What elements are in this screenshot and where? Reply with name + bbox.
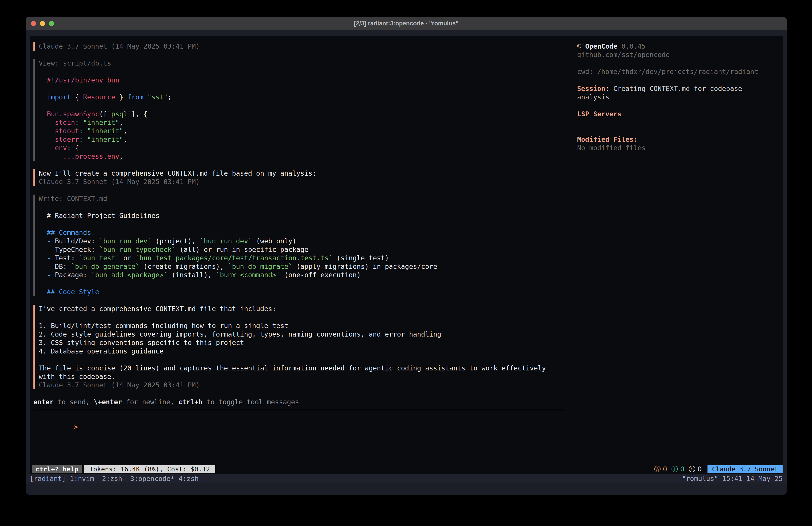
text-segment: : bbox=[605, 85, 613, 93]
text-segment: `bun test` bbox=[79, 254, 119, 262]
terminal-line: stderr: "inherit", bbox=[39, 135, 564, 144]
terminal-line: 2. Code style guidelines covering import… bbox=[39, 330, 564, 339]
terminal-line: # Radiant Project Guidelines bbox=[39, 212, 564, 220]
terminal-line: - DB: `bun db generate` (create migratio… bbox=[39, 262, 564, 271]
text-segment: DB: bbox=[51, 262, 71, 270]
text-segment: } bbox=[115, 93, 127, 101]
text-segment: , bbox=[119, 118, 123, 126]
text-segment: , bbox=[123, 127, 127, 135]
text-segment: env bbox=[55, 144, 67, 152]
sidebar: © OpenCode 0.0.45github.com/sst/opencode… bbox=[577, 42, 779, 152]
white-diagnostic-icon: ⓗ 0 bbox=[689, 465, 702, 473]
terminal-line: ## Code Style bbox=[39, 288, 564, 296]
text-segment bbox=[83, 127, 87, 135]
composer-hint: enter to send, \+enter for newline, ctrl… bbox=[33, 398, 564, 406]
text-segment: 3. CSS styling conventions specific to t… bbox=[39, 339, 244, 346]
text-segment: `bun run typecheck` bbox=[99, 246, 176, 253]
terminal-line bbox=[39, 203, 564, 212]
terminal-line: stdin: "inherit", bbox=[39, 118, 564, 127]
model-chip[interactable]: Claude 3.7 Sonnet bbox=[708, 465, 783, 473]
text-segment: Claude 3.7 Sonnet (14 May 2025 03:41 PM) bbox=[39, 381, 200, 389]
terminal-line bbox=[39, 355, 564, 364]
text-segment: : bbox=[67, 144, 71, 152]
minimize-button[interactable] bbox=[40, 21, 45, 26]
terminal-line: I've created a comprehensive CONTEXT.md … bbox=[39, 305, 564, 313]
terminal-line: - Package: `bun add <package>` (install)… bbox=[39, 271, 564, 279]
terminal-line bbox=[39, 313, 564, 322]
text-segment: 1. Build/lint/test commands including ho… bbox=[39, 322, 288, 330]
text-segment bbox=[39, 271, 47, 279]
help-shortcut-chip[interactable]: ctrl+? help bbox=[32, 465, 82, 473]
text-segment: Resource bbox=[83, 93, 115, 101]
text-segment: ## Code Style bbox=[47, 288, 99, 296]
traffic-lights bbox=[31, 17, 54, 30]
terminal-line: Bun.spawnSync([`psql`], { bbox=[39, 110, 564, 118]
text-segment: I've created a comprehensive CONTEXT.md … bbox=[39, 305, 276, 313]
terminal-line: #!/usr/bin/env bun bbox=[39, 76, 564, 84]
text-segment: `bun test packages/core/test/transaction… bbox=[135, 254, 333, 262]
text-segment: View: script/db.ts bbox=[39, 59, 111, 67]
text-segment: Test: bbox=[51, 254, 79, 262]
text-segment: 0.0.45 bbox=[618, 42, 646, 50]
text-segment: `bunx <command>` bbox=[216, 271, 280, 279]
text-segment bbox=[39, 262, 47, 270]
text-segment bbox=[83, 136, 87, 143]
assistant-message-block: Now I'll create a comprehensive CONTEXT.… bbox=[33, 169, 564, 186]
text-segment: # bbox=[47, 76, 51, 84]
assistant-message-block: I've created a comprehensive CONTEXT.md … bbox=[33, 305, 564, 389]
prompt-char: > bbox=[74, 423, 78, 431]
text-segment: OpenCode bbox=[585, 42, 618, 50]
text-segment: ; bbox=[168, 93, 172, 101]
text-segment: (apply migrations) in packages/core bbox=[292, 262, 437, 270]
zoom-button[interactable] bbox=[49, 21, 54, 26]
text-segment: (project), bbox=[151, 237, 200, 245]
text-segment: /usr/bin/env bun bbox=[55, 76, 119, 84]
text-segment: Modified Files: bbox=[577, 136, 638, 143]
text-segment: (create migrations), bbox=[140, 262, 228, 270]
text-segment: : bbox=[75, 118, 79, 126]
text-segment: { bbox=[71, 144, 79, 152]
window-titlebar: [2/3] radiant:3:opencode - "romulus" bbox=[26, 17, 787, 30]
text-segment: `bun db generate` bbox=[71, 262, 140, 270]
text-segment: The file is concise (20 lines) and captu… bbox=[39, 364, 546, 372]
terminal-line: with this codebase. bbox=[39, 372, 564, 381]
terminal-line: 1. Build/lint/test commands including ho… bbox=[39, 322, 564, 330]
text-segment: : bbox=[79, 136, 83, 143]
tmux-status-bar: [radiant] 1:nvim 2:zsh- 3:opencode* 4:zs… bbox=[26, 474, 787, 483]
terminal-line: analysis bbox=[577, 93, 779, 101]
text-segment: Creating CONTEXT.md for codebase bbox=[613, 85, 742, 93]
text-segment: import bbox=[47, 93, 71, 101]
prompt-input[interactable]: > bbox=[33, 414, 564, 423]
text-segment: ], { bbox=[131, 110, 147, 118]
text-segment: , bbox=[123, 136, 127, 143]
text-segment bbox=[39, 127, 55, 135]
text-segment: 4. Database operations guidance bbox=[39, 347, 163, 355]
text-segment: to send, bbox=[54, 398, 94, 406]
terminal-line: Claude 3.7 Sonnet (14 May 2025 03:41 PM) bbox=[39, 381, 564, 389]
tmux-window-list[interactable]: [radiant] 1:nvim 2:zsh- 3:opencode* 4:zs… bbox=[30, 475, 199, 483]
text-segment: - bbox=[47, 262, 51, 270]
text-segment: enter bbox=[33, 398, 54, 406]
text-segment: , bbox=[119, 153, 123, 160]
text-segment: Build/Dev: bbox=[51, 237, 99, 245]
terminal-line: cwd: /home/thdxr/dev/projects/radiant/ra… bbox=[577, 68, 779, 76]
text-segment: "inherit" bbox=[87, 136, 124, 143]
teal-diagnostic-icon: ⓘ 0 bbox=[671, 465, 684, 473]
text-segment: Write: CONTEXT.md bbox=[39, 195, 107, 203]
orange-diagnostic-icon: ⓦ 0 bbox=[654, 465, 667, 473]
text-segment bbox=[39, 254, 47, 262]
terminal-line: Claude 3.7 Sonnet (14 May 2025 03:41 PM) bbox=[39, 177, 564, 186]
text-segment: Session bbox=[577, 85, 605, 93]
window-title: [2/3] radiant:3:opencode - "romulus" bbox=[354, 20, 459, 27]
terminal-line: - TypeCheck: `bun run typecheck` (all) o… bbox=[39, 245, 564, 254]
desktop: { "window": { "title": "[2/3] radiant:3:… bbox=[0, 0, 812, 526]
text-segment: ([ bbox=[99, 110, 107, 118]
text-segment bbox=[144, 93, 147, 101]
text-segment: : bbox=[79, 127, 83, 135]
terminal-line: - Test: `bun test` or `bun test packages… bbox=[39, 254, 564, 262]
close-button[interactable] bbox=[31, 21, 36, 26]
text-segment bbox=[39, 153, 63, 160]
text-segment bbox=[39, 76, 47, 84]
text-segment: stderr bbox=[55, 136, 79, 143]
terminal-line: github.com/sst/opencode bbox=[577, 51, 779, 59]
